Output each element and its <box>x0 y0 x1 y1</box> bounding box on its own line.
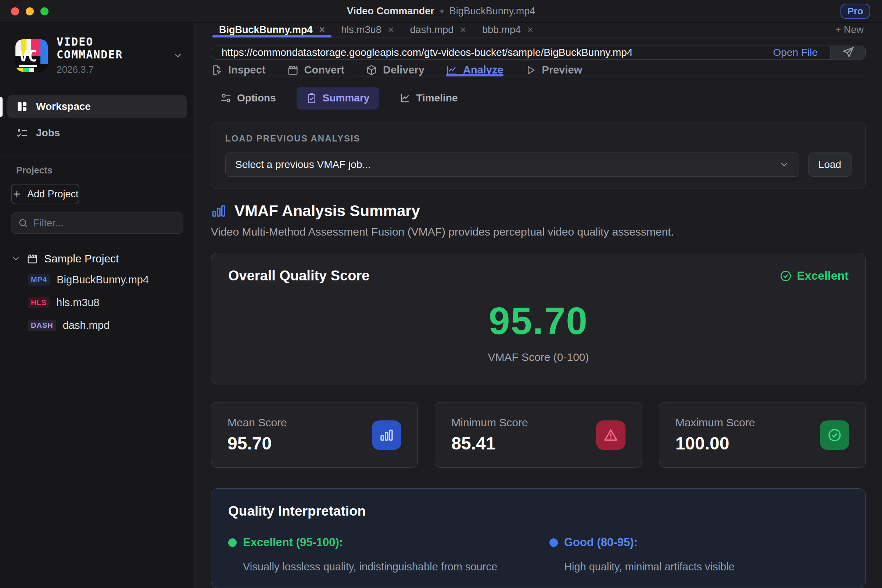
add-project-label: Add Project <box>27 189 79 200</box>
green-dot-icon <box>228 538 237 547</box>
doc-tab-hls[interactable]: hls.m3u8 × <box>333 23 402 37</box>
sidebar-item-workspace[interactable]: Workspace <box>8 95 187 118</box>
blue-dot-icon <box>549 538 558 547</box>
close-tab-icon[interactable]: × <box>460 24 466 36</box>
sidebar-nav: Workspace Jobs <box>0 85 194 147</box>
sidebar-item-label: Jobs <box>36 127 60 139</box>
app-logo: VC <box>15 39 48 72</box>
chart-line-icon <box>399 93 411 104</box>
tab-convert[interactable]: Convert <box>287 64 345 76</box>
check-circle-icon <box>780 270 792 282</box>
package-icon <box>366 64 377 76</box>
new-tab-button[interactable]: + New <box>836 24 866 36</box>
chevron-down-icon[interactable] <box>11 254 21 264</box>
doc-tab-label: bbb.mp4 <box>482 24 521 36</box>
file-name: hls.m3u8 <box>56 297 100 309</box>
main-panel: BigBuckBunny.mp4 × hls.m3u8 × dash.mpd ×… <box>195 23 882 588</box>
mean-score-card: Mean Score 95.70 <box>211 402 418 468</box>
project-file[interactable]: MP4 BigBuckBunny.mp4 <box>11 268 183 291</box>
subtab-label: Options <box>237 92 276 104</box>
load-url-button[interactable] <box>830 46 866 59</box>
minimum-score-card: Minimum Score 85.41 <box>435 402 642 468</box>
format-badge-mp4: MP4 <box>28 274 50 285</box>
interpretation-item-good: Good (80-95): High quality, minimal arti… <box>549 536 849 573</box>
subtab-summary[interactable]: Summary <box>297 87 379 110</box>
chevron-down-icon <box>779 159 789 170</box>
send-icon <box>842 46 855 59</box>
app-name: VIDEO COMMANDER <box>57 35 164 61</box>
close-tab-icon[interactable]: × <box>527 24 533 36</box>
sliders-icon <box>220 93 231 104</box>
subtab-timeline[interactable]: Timeline <box>390 87 467 110</box>
zoom-window-button[interactable] <box>40 8 48 15</box>
project-file[interactable]: DASH dash.mpd <box>11 314 183 337</box>
load-previous-analysis-panel: LOAD PREVIOUS ANALYSIS Select a previous… <box>211 122 866 189</box>
tab-preview[interactable]: Preview <box>525 64 582 76</box>
chart-line-icon <box>446 64 458 76</box>
interpretation-description: Visually lossless quality, indistinguish… <box>228 561 527 573</box>
project-file[interactable]: HLS hls.m3u8 <box>11 291 183 314</box>
titlebar-title: Video Commander BigBuckBunny.mp4 <box>347 6 536 17</box>
project-filter[interactable] <box>11 212 183 234</box>
maximum-score-card: Maximum Score 100.00 <box>659 402 866 468</box>
doc-tab-bbb[interactable]: bbb.mp4 × <box>474 23 542 37</box>
tab-inspect[interactable]: Inspect <box>211 64 266 76</box>
plus-icon <box>12 189 22 199</box>
section-title: VMAF Analysis Summary <box>234 202 420 220</box>
open-file-button[interactable]: Open File <box>761 46 830 59</box>
source-url-row: Open File <box>211 46 866 60</box>
add-project-button[interactable]: Add Project <box>11 184 80 204</box>
logo-monogram: VC <box>19 48 38 67</box>
close-tab-icon[interactable]: × <box>320 24 325 36</box>
chevron-down-icon[interactable] <box>172 50 183 61</box>
logo-bottom-stripes <box>15 68 40 72</box>
doc-tab-dash[interactable]: dash.mpd × <box>402 23 474 37</box>
dot-separator-icon <box>440 9 444 13</box>
load-button[interactable]: Load <box>808 153 852 177</box>
minimize-window-button[interactable] <box>26 8 34 15</box>
select-placeholder: Select a previous VMAF job... <box>235 159 371 171</box>
subtab-label: Timeline <box>416 92 458 104</box>
quality-badge-label: Excellent <box>797 269 849 283</box>
close-tab-icon[interactable]: × <box>388 24 394 36</box>
source-url-input[interactable] <box>212 46 761 59</box>
app-logo-row[interactable]: VC VIDEO COMMANDER 2026.3.7 <box>0 23 194 85</box>
titlebar: Video Commander BigBuckBunny.mp4 Pro <box>0 0 882 23</box>
jobs-checklist-icon <box>16 127 28 139</box>
previous-job-select[interactable]: Select a previous VMAF job... <box>225 153 800 177</box>
format-badge-hls: HLS <box>28 297 50 308</box>
overall-card-title: Overall Quality Score <box>228 268 369 284</box>
close-window-button[interactable] <box>11 8 19 15</box>
tab-label: Inspect <box>228 64 266 76</box>
project-node[interactable]: Sample Project <box>11 249 183 268</box>
search-icon <box>18 218 28 228</box>
tab-analyze[interactable]: Analyze <box>446 64 504 76</box>
sidebar-item-jobs[interactable]: Jobs <box>8 121 187 145</box>
stat-label: Mean Score <box>228 416 287 429</box>
tab-label: Convert <box>304 64 345 76</box>
tab-delivery[interactable]: Delivery <box>366 64 424 76</box>
file-search-icon <box>211 64 223 76</box>
bar-chart-icon <box>211 203 226 219</box>
file-name: BigBuckBunny.mp4 <box>57 274 149 286</box>
document-tabbar: BigBuckBunny.mp4 × hls.m3u8 × dash.mpd ×… <box>211 23 866 38</box>
interpretation-range-label: Excellent (95-100): <box>243 536 343 549</box>
stat-label: Maximum Score <box>675 416 755 429</box>
filter-input[interactable] <box>33 218 176 229</box>
pro-badge: Pro <box>840 4 870 19</box>
check-circle-icon <box>820 420 849 450</box>
interpretation-item-excellent: Excellent (95-100): Visually lossless qu… <box>228 536 527 573</box>
doc-tab-bigbuckbunny[interactable]: BigBuckBunny.mp4 × <box>211 23 333 37</box>
vmaf-score-value: 95.70 <box>228 299 849 343</box>
feature-tabbar: Inspect Convert Delivery Analyze <box>211 64 866 76</box>
quality-badge: Excellent <box>780 269 849 283</box>
logo-blue-column <box>40 39 48 64</box>
bar-chart-icon <box>372 420 401 450</box>
subtab-options[interactable]: Options <box>211 87 285 110</box>
load-panel-label: LOAD PREVIOUS ANALYSIS <box>225 134 852 144</box>
app-version: 2026.3.7 <box>57 64 164 75</box>
project-name: Sample Project <box>44 252 119 265</box>
doc-tab-label: BigBuckBunny.mp4 <box>219 24 313 36</box>
interpretation-title: Quality Interpretation <box>228 504 849 519</box>
projects-section-label: Projects <box>0 156 194 176</box>
